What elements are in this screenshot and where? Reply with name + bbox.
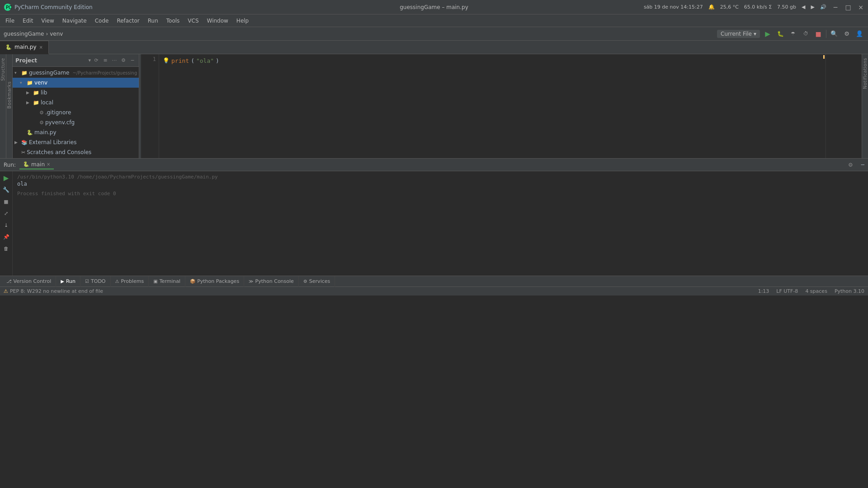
menu-file[interactable]: File bbox=[2, 16, 18, 25]
tree-item-external-libs[interactable]: ▶ 📚 External Libraries bbox=[13, 137, 139, 147]
editor-tabs: 🐍 main.py × bbox=[0, 41, 868, 54]
storage-label: 7.50 gb bbox=[777, 4, 796, 10]
chevron-down-icon: ▾ bbox=[754, 31, 756, 37]
tab-todo-label: TODO bbox=[91, 278, 106, 284]
tree-item-scratches[interactable]: ✂ Scratches and Consoles bbox=[13, 147, 139, 157]
warning-icon: ⚠ bbox=[4, 288, 8, 294]
search-button[interactable]: 🔍 bbox=[829, 29, 839, 39]
structure-sidebar[interactable]: Structure bbox=[0, 54, 6, 158]
editor-inner: 1 💡 print("ola") Notifications bbox=[141, 54, 868, 158]
problems-icon: ⚠ bbox=[115, 279, 119, 284]
breadcrumb: guessingGame › venv bbox=[4, 31, 63, 37]
tab-services[interactable]: ⚙ Services bbox=[299, 276, 335, 287]
breadcrumb-project[interactable]: guessingGame bbox=[4, 31, 44, 37]
menu-tools[interactable]: Tools bbox=[163, 16, 184, 25]
arrow-left-icon[interactable]: ◀ bbox=[802, 4, 805, 10]
tab-main-py[interactable]: 🐍 main.py × bbox=[0, 41, 49, 54]
tree-item-local[interactable]: ▶ 📁 local bbox=[13, 98, 139, 108]
rerun-button[interactable]: ▶ bbox=[1, 173, 11, 183]
code-area[interactable]: 💡 print("ola") bbox=[159, 54, 819, 158]
scroll-end-button[interactable]: ⤓ bbox=[1, 220, 11, 230]
menu-view[interactable]: View bbox=[38, 16, 57, 25]
tree-item-guessingGame[interactable]: ▾ 📁 guessingGame ~/PycharmProjects/guess… bbox=[13, 68, 139, 78]
code-string: "ola" bbox=[196, 57, 214, 64]
tree-item-pyvenv[interactable]: ⚙ pyvenv.cfg bbox=[13, 117, 139, 127]
project-tree: ▾ 📁 guessingGame ~/PycharmProjects/guess… bbox=[13, 67, 139, 158]
run-tab-close-icon[interactable]: × bbox=[47, 162, 50, 167]
encoding-label: LF UTF-8 bbox=[776, 288, 798, 294]
notifications-label[interactable]: Notifications bbox=[863, 58, 868, 89]
run-minimize-button[interactable]: ─ bbox=[861, 162, 864, 168]
tab-terminal[interactable]: ▣ Terminal bbox=[149, 276, 185, 287]
sync-button[interactable]: ⟳ bbox=[93, 57, 100, 64]
run-button[interactable]: ▶ bbox=[763, 29, 773, 39]
stop-run-button[interactable]: ■ bbox=[1, 197, 11, 206]
project-toolbar: Project ▾ ⟳ ≡ ⋯ ⚙ ─ bbox=[13, 54, 139, 67]
run-content-area: ▶ 🔧 ■ ⤢ ⤓ 📌 🗑 /usr/bin/python3.10 /home/… bbox=[0, 171, 868, 276]
tree-item-gitignore[interactable]: ⚙ .gitignore bbox=[13, 108, 139, 117]
breadcrumb-sep: › bbox=[46, 31, 48, 37]
tab-python-packages[interactable]: 📦 Python Packages bbox=[185, 276, 244, 287]
app-icon: PC bbox=[4, 3, 12, 11]
tree-item-lib[interactable]: ▶ 📁 lib bbox=[13, 88, 139, 98]
arrow-right-icon[interactable]: ▶ bbox=[811, 4, 815, 10]
maximize-button[interactable]: □ bbox=[844, 4, 852, 11]
menu-refactor[interactable]: Refactor bbox=[113, 16, 143, 25]
bulb-icon[interactable]: 💡 bbox=[163, 57, 170, 64]
close-button[interactable]: × bbox=[857, 4, 864, 11]
run-tab-main[interactable]: 🐍 main × bbox=[19, 160, 54, 169]
menu-window[interactable]: Window bbox=[203, 16, 232, 25]
debug-button[interactable]: 🐛 bbox=[775, 29, 785, 39]
notification-icon: 🔔 bbox=[708, 4, 715, 10]
breadcrumb-venv[interactable]: venv bbox=[50, 31, 63, 37]
tree-item-main-py[interactable]: 🐍 main.py bbox=[13, 127, 139, 137]
run-config-dropdown[interactable]: Current File ▾ bbox=[717, 30, 760, 38]
stop-button[interactable]: ■ bbox=[813, 29, 823, 39]
user-icon[interactable]: 👤 bbox=[854, 29, 864, 39]
minimize-button[interactable]: ─ bbox=[832, 4, 839, 11]
project-path: ~/PycharmProjects/guessing bbox=[72, 70, 137, 75]
menu-edit[interactable]: Edit bbox=[19, 16, 37, 25]
expand-button[interactable]: ⤢ bbox=[1, 208, 11, 218]
collapse-all-button[interactable]: ≡ bbox=[102, 57, 109, 64]
coverage-button[interactable]: ☂ bbox=[788, 29, 798, 39]
tree-label: lib bbox=[41, 89, 47, 96]
tree-label: guessingGame bbox=[29, 70, 69, 76]
menu-help[interactable]: Help bbox=[233, 16, 252, 25]
delete-button[interactable]: 🗑 bbox=[1, 244, 11, 253]
bookmarks-label[interactable]: Bookmarks bbox=[7, 81, 12, 108]
services-icon: ⚙ bbox=[303, 279, 307, 284]
svg-text:PC: PC bbox=[6, 5, 12, 10]
menu-run[interactable]: Run bbox=[144, 16, 162, 25]
tab-python-console[interactable]: ≫ Python Console bbox=[244, 276, 299, 287]
run-settings-button[interactable]: ⚙ bbox=[845, 162, 856, 168]
tab-close-icon[interactable]: × bbox=[39, 45, 43, 50]
line-numbers: 1 bbox=[141, 54, 159, 158]
profile-button[interactable]: ⏱ bbox=[801, 29, 811, 39]
tree-label: local bbox=[41, 99, 53, 106]
tab-version-control[interactable]: ⎇ Version Control bbox=[2, 276, 56, 287]
menu-navigate[interactable]: Navigate bbox=[59, 16, 90, 25]
volume-icon[interactable]: 🔊 bbox=[820, 4, 826, 10]
titlebar-left: PC PyCharm Community Edition bbox=[4, 3, 93, 11]
structure-label[interactable]: Structure bbox=[0, 58, 5, 81]
version-control-icon: ⎇ bbox=[6, 279, 12, 284]
main-content: Structure Bookmarks Project ▾ ⟳ ≡ ⋯ ⚙ ─ … bbox=[0, 54, 868, 158]
pin-button[interactable]: 📌 bbox=[1, 232, 11, 242]
gear-icon[interactable]: ⚙ bbox=[120, 57, 127, 64]
hide-button[interactable]: ─ bbox=[129, 57, 136, 64]
tab-todo[interactable]: ☑ TODO bbox=[80, 276, 110, 287]
tab-run[interactable]: ▶ Run bbox=[56, 276, 80, 287]
rerun-config-button[interactable]: 🔧 bbox=[1, 185, 11, 195]
settings-button[interactable]: ⚙ bbox=[842, 29, 852, 39]
tab-problems-label: Problems bbox=[121, 278, 144, 284]
menu-code[interactable]: Code bbox=[91, 16, 113, 25]
project-chevron[interactable]: ▾ bbox=[88, 57, 91, 63]
tree-item-venv[interactable]: ▾ 📁 venv bbox=[13, 78, 139, 88]
run-icon: 🐍 bbox=[23, 161, 29, 167]
tab-problems[interactable]: ⚠ Problems bbox=[111, 276, 149, 287]
menu-vcs[interactable]: VCS bbox=[184, 16, 202, 25]
dots-button[interactable]: ⋯ bbox=[111, 57, 118, 64]
warning-message[interactable]: PEP 8: W292 no newline at end of file bbox=[10, 288, 103, 294]
bookmarks-sidebar[interactable]: Bookmarks bbox=[6, 54, 13, 158]
